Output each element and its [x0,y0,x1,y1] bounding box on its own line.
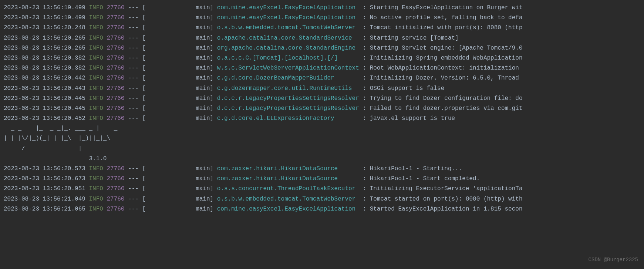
log-level: INFO [89,95,103,102]
log-separator: : [363,105,366,112]
log-line[interactable]: 2023-08-23 13:56:20.573 INFO 27760 --- [… [4,164,640,174]
ascii-art-line: | | |\/|_)(_| | |_\ |_)||_|_\ [4,134,640,144]
log-line[interactable]: 2023-08-23 13:56:21.049 INFO 27760 --- [… [4,194,640,204]
log-dashes: --- [128,185,139,192]
log-line[interactable]: 2023-08-23 13:56:19.499 INFO 27760 --- [… [4,3,640,13]
log-thread-bracket-open: [ [142,65,146,71]
log-separator: : [363,175,366,182]
log-dashes: --- [128,75,139,81]
log-dashes: --- [128,175,139,182]
log-level: INFO [89,65,103,71]
log-separator: : [363,55,366,61]
log-dashes: --- [128,105,139,112]
log-logger: com.mine.easyExcel.EasyExcelApplication [217,206,363,212]
log-dashes: --- [128,206,139,212]
log-message: Starting EasyExcelApplication on Burger … [370,4,523,11]
log-timestamp: 2023-08-23 13:56:20.951 [4,185,85,192]
log-logger: org.apache.catalina.core.StandardEngine [217,45,363,51]
log-dashes: --- [128,55,139,61]
log-thread-bracket-open: [ [142,45,146,51]
log-pid: 27760 [107,95,124,102]
log-line[interactable]: 2023-08-23 13:56:20.443 INFO 27760 --- [… [4,84,640,94]
log-dashes: --- [128,24,139,31]
log-thread-bracket-open: [ [142,55,146,61]
log-line[interactable]: 2023-08-23 13:56:21.065 INFO 27760 --- [… [4,204,640,214]
log-line[interactable]: 2023-08-23 13:56:20.248 INFO 27760 --- [… [4,23,640,33]
log-pid: 27760 [107,206,124,212]
log-level: INFO [89,185,103,192]
log-thread: main] [196,175,213,182]
log-line[interactable]: 2023-08-23 13:56:20.673 INFO 27760 --- [… [4,174,640,184]
log-message: HikariPool-1 - Starting... [370,165,462,172]
log-thread: main] [196,65,213,71]
log-thread: main] [196,35,213,41]
log-pid: 27760 [107,175,124,182]
log-separator: : [363,4,366,11]
log-line[interactable]: 2023-08-23 13:56:20.265 INFO 27760 --- [… [4,33,640,43]
ascii-banner: _ _ |_ _ _|_. ___ _ | _ | | |\/|_)(_| | … [4,124,640,164]
log-output-area-after[interactable]: 2023-08-23 13:56:20.573 INFO 27760 --- [… [4,164,640,214]
ascii-art-line: _ _ |_ _ _|_. ___ _ | _ [4,124,640,134]
log-thread-bracket-open: [ [142,115,146,122]
log-dashes: --- [128,115,139,122]
log-message: Tomcat started on port(s): 8080 (http) w… [370,196,523,202]
log-separator: : [363,65,366,71]
log-separator: : [363,95,366,102]
log-logger: o.s.s.concurrent.ThreadPoolTaskExecutor [217,185,363,192]
log-timestamp: 2023-08-23 13:56:21.065 [4,206,85,212]
log-level: INFO [89,35,103,41]
log-line[interactable]: 2023-08-23 13:56:20.445 INFO 27760 --- [… [4,104,640,114]
log-message: javax.el support is true [370,115,455,122]
log-pid: 27760 [107,4,124,11]
log-logger: o.s.b.w.embedded.tomcat.TomcatWebServer [217,196,363,202]
log-thread: main] [196,85,213,92]
log-thread: main] [196,4,213,11]
log-message: Starting Servlet engine: [Apache Tomcat/… [370,45,523,51]
log-timestamp: 2023-08-23 13:56:20.265 [4,35,85,41]
log-logger: o.a.c.c.C.[Tomcat].[localhost].[/] [217,55,363,61]
log-line[interactable]: 2023-08-23 13:56:20.452 INFO 27760 --- [… [4,114,640,124]
log-line[interactable]: 2023-08-23 13:56:20.442 INFO 27760 --- [… [4,73,640,83]
log-thread: main] [196,105,213,112]
log-output-area[interactable]: 2023-08-23 13:56:19.499 INFO 27760 --- [… [4,3,640,124]
log-pid: 27760 [107,105,124,112]
log-pid: 27760 [107,14,124,21]
log-level: INFO [89,75,103,81]
log-thread-bracket-open: [ [142,24,146,31]
log-thread: main] [196,75,213,81]
log-level: INFO [89,45,103,51]
log-line[interactable]: 2023-08-23 13:56:20.445 INFO 27760 --- [… [4,94,640,104]
log-line[interactable]: 2023-08-23 13:56:20.951 INFO 27760 --- [… [4,184,640,194]
log-thread: main] [196,55,213,61]
log-line[interactable]: 2023-08-23 13:56:19.499 INFO 27760 --- [… [4,13,640,23]
log-timestamp: 2023-08-23 13:56:20.452 [4,115,85,122]
log-separator: : [363,45,366,51]
log-pid: 27760 [107,24,124,31]
ascii-art-line: / | [4,144,640,154]
version-line: 3.1.0 [4,154,640,164]
log-level: INFO [89,55,103,61]
log-message: Tomcat initialized with port(s): 8080 (h… [370,24,523,31]
log-level: INFO [89,4,103,11]
watermark-text: CSDN @Burger2325 [589,256,638,265]
log-level: INFO [89,14,103,21]
log-message: Trying to find Dozer configuration file:… [370,95,523,102]
log-line[interactable]: 2023-08-23 13:56:20.265 INFO 27760 --- [… [4,43,640,53]
log-timestamp: 2023-08-23 13:56:20.382 [4,55,85,61]
log-level: INFO [89,175,103,182]
log-pid: 27760 [107,35,124,41]
log-thread: main] [196,165,213,172]
log-logger: com.mine.easyExcel.EasyExcelApplication [217,14,363,21]
log-thread-bracket-open: [ [142,85,146,92]
log-line[interactable]: 2023-08-23 13:56:20.382 INFO 27760 --- [… [4,63,640,73]
log-line[interactable]: 2023-08-23 13:56:20.382 INFO 27760 --- [… [4,53,640,63]
log-logger: com.mine.easyExcel.EasyExcelApplication [217,4,363,11]
log-timestamp: 2023-08-23 13:56:20.443 [4,85,85,92]
log-level: INFO [89,206,103,212]
log-dashes: --- [128,85,139,92]
log-logger: c.g.dozermapper.core.util.RuntimeUtils [217,85,363,92]
log-pid: 27760 [107,55,124,61]
log-thread: main] [196,14,213,21]
log-logger: com.zaxxer.hikari.HikariDataSource [217,175,363,182]
log-separator: : [363,185,366,192]
